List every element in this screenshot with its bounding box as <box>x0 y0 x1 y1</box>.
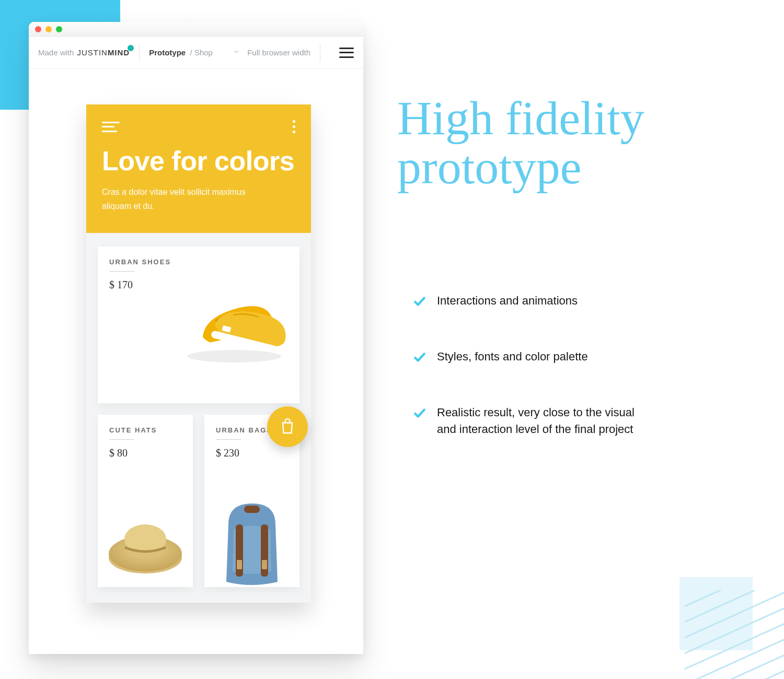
svg-line-5 <box>685 637 784 679</box>
app-toolbar: Made with JUSTINMIND Prototype / Shop Fu… <box>29 37 363 69</box>
check-icon <box>413 295 426 313</box>
title-underline <box>109 439 134 440</box>
shopping-bag-icon <box>278 417 297 436</box>
feature-item: Interactions and animations <box>413 292 706 313</box>
breadcrumb[interactable]: Prototype / Shop <box>149 48 213 57</box>
title-underline <box>109 271 134 272</box>
brand-thin: JUSTIN <box>77 48 108 57</box>
more-options-icon[interactable] <box>293 120 295 133</box>
toolbar-divider <box>139 44 140 62</box>
product-card-hats[interactable]: CUTE HATS $ 80 <box>98 415 193 587</box>
shoes-image <box>179 278 289 367</box>
svg-line-1 <box>685 590 784 627</box>
breadcrumb-primary: Prototype <box>149 48 186 57</box>
hero-title: Love for colors <box>102 147 295 175</box>
brand-logo: JUSTINMIND <box>77 48 130 57</box>
product-price: $ 80 <box>109 447 181 459</box>
window-titlebar <box>29 22 363 37</box>
hamburger-icon[interactable] <box>102 122 120 132</box>
backpack-image <box>213 493 291 587</box>
feature-list: Interactions and animations Styles, font… <box>413 292 706 438</box>
title-underline <box>216 439 241 440</box>
brand-bold: MIND <box>108 48 130 57</box>
svg-line-4 <box>685 622 784 674</box>
brand-dot-icon <box>128 45 134 51</box>
product-card-shoes[interactable]: URBAN SHOES $ 170 <box>98 247 299 403</box>
toolbar-divider <box>320 44 320 62</box>
product-name: CUTE HATS <box>109 426 181 434</box>
svg-line-6 <box>685 653 784 679</box>
hero-section: Love for colors Cras a dolor vitae velit… <box>86 104 311 233</box>
chevron-down-icon[interactable] <box>233 48 240 57</box>
product-card-bags[interactable]: URBAN BAGS $ 230 <box>204 415 299 587</box>
page-headline: High fidelity prototype <box>397 94 753 192</box>
window-minimize-icon[interactable] <box>45 26 52 32</box>
browser-window: Made with JUSTINMIND Prototype / Shop Fu… <box>29 22 363 654</box>
svg-rect-19 <box>237 560 242 569</box>
svg-rect-21 <box>244 506 260 513</box>
viewport-width-label[interactable]: Full browser width <box>247 48 310 57</box>
product-name: URBAN SHOES <box>109 258 288 266</box>
svg-point-9 <box>187 350 281 362</box>
window-close-icon[interactable] <box>35 26 41 32</box>
made-with-label: Made with JUSTINMIND <box>38 48 130 57</box>
feature-item: Styles, fonts and color palette <box>413 348 706 369</box>
mobile-prototype-preview: Love for colors Cras a dolor vitae velit… <box>86 104 311 603</box>
svg-line-0 <box>685 590 784 611</box>
feature-text: Realistic result, very close to the visu… <box>437 404 656 438</box>
svg-line-3 <box>685 606 784 658</box>
svg-line-2 <box>685 590 784 642</box>
made-with-text: Made with <box>38 48 74 57</box>
check-icon <box>413 350 426 369</box>
cart-fab-button[interactable] <box>267 406 308 447</box>
feature-item: Realistic result, very close to the visu… <box>413 404 706 438</box>
breadcrumb-secondary: Shop <box>194 48 213 57</box>
window-zoom-icon[interactable] <box>56 26 62 32</box>
breadcrumb-separator: / <box>190 48 192 57</box>
decorative-hatch-pattern <box>685 590 784 679</box>
svg-rect-20 <box>262 560 267 569</box>
hero-subtitle: Cras a dolor vitae velit sollicit maximu… <box>102 185 264 213</box>
menu-button[interactable] <box>339 48 354 58</box>
feature-text: Interactions and animations <box>437 292 578 309</box>
product-price: $ 230 <box>216 447 288 459</box>
check-icon <box>413 406 426 425</box>
feature-text: Styles, fonts and color palette <box>437 348 588 365</box>
hat-image <box>106 501 185 580</box>
